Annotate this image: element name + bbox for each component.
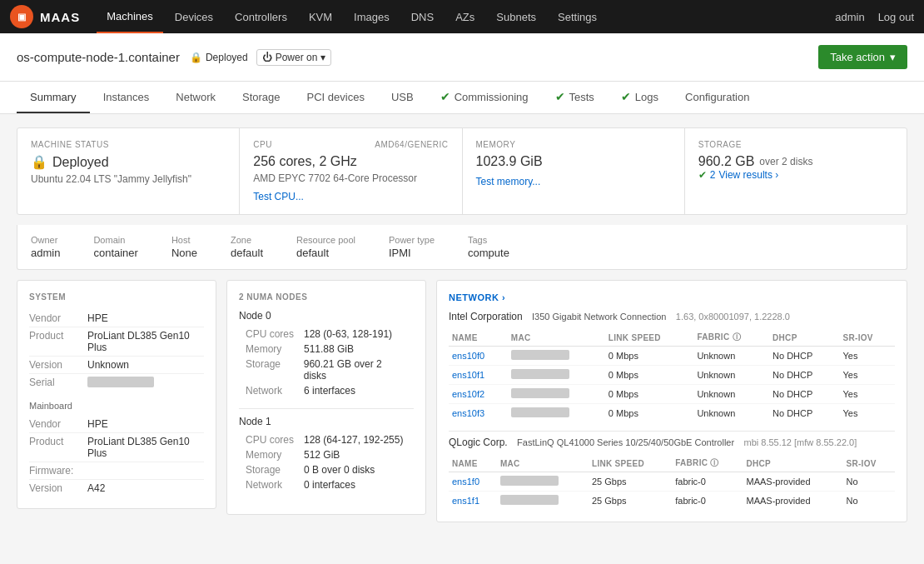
storage-value: 0 B over 0 disks	[304, 464, 375, 476]
cpu-cores-label: CPU cores	[246, 434, 304, 446]
view-results-link[interactable]: View results ›	[718, 169, 778, 181]
numa-1-stor-row: Storage 0 B over 0 disks	[239, 462, 414, 477]
table-row: ens1f025 Gbpsfabric-0MAAS-providedNo	[449, 472, 895, 492]
power-badge[interactable]: ⏻ Power on ▾	[256, 49, 332, 66]
system-card-title: SYSTEM	[29, 292, 204, 302]
resource-pool-label: Resource pool	[296, 235, 355, 245]
nav-controllers[interactable]: Controllers	[225, 0, 297, 33]
serial-value	[87, 377, 154, 390]
col-fabric: FABRIC ⓘ	[672, 455, 743, 472]
test-memory-link[interactable]: Test memory...	[476, 176, 671, 187]
table-row: ens10f30 MbpsUnknownNo DHCPYes	[449, 404, 895, 423]
take-action-button[interactable]: Take action ▾	[818, 45, 907, 69]
fw-version-label: Version	[29, 482, 87, 494]
col-mac: MAC	[497, 455, 589, 472]
info-row: Owner admin Domain container Host None Z…	[17, 225, 907, 270]
memory-value: 1023.9 GiB	[476, 154, 671, 169]
vendor-1: QLogic Corp. FastLinQ QL41000 Series 10/…	[449, 437, 895, 448]
deployed-text: Deployed	[206, 52, 248, 63]
tab-usb[interactable]: USB	[378, 82, 427, 113]
chevron-down-icon: ▾	[890, 51, 896, 63]
status-row: MACHINE STATUS 🔒 Deployed Ubuntu 22.04 L…	[17, 127, 907, 215]
nav-devices[interactable]: Devices	[165, 0, 223, 33]
tab-logs[interactable]: ✔ Logs	[608, 82, 672, 113]
product-value: ProLiant DL385 Gen10 Plus	[87, 330, 204, 353]
resource-pool-value: default	[296, 247, 355, 259]
owner-item: Owner admin	[31, 235, 60, 259]
cpu-cores-value: 128 (0-63, 128-191)	[304, 328, 392, 340]
vendor-0-desc: I350 Gigabit Network Connection	[532, 312, 666, 322]
storage-results[interactable]: ✔ 2 View results ›	[698, 169, 893, 181]
network-card-title[interactable]: NETWORK ›	[449, 292, 895, 302]
col-name: NAME	[449, 455, 497, 472]
chevron-down-icon: ▾	[320, 52, 325, 63]
test-cpu-link[interactable]: Test CPU...	[253, 191, 448, 202]
storage-label: STORAGE	[698, 140, 893, 149]
status-deployed-badge: 🔒 Deployed	[190, 52, 248, 63]
interface-link[interactable]: ens10f0	[452, 351, 484, 361]
mb-vendor-label: Vendor	[29, 418, 87, 430]
cpu-value: 256 cores, 2 GHz	[253, 154, 448, 169]
nav-subnets[interactable]: Subnets	[486, 0, 546, 33]
nav-logout[interactable]: Log out	[878, 11, 914, 23]
machine-status-label: MACHINE STATUS	[31, 140, 226, 149]
tab-configuration[interactable]: Configuration	[672, 82, 763, 113]
nav-images[interactable]: Images	[344, 0, 400, 33]
serial-label: Serial	[29, 377, 87, 390]
mb-product-value: ProLiant DL385 Gen10 Plus	[87, 436, 204, 459]
nav-settings[interactable]: Settings	[548, 0, 607, 33]
nav-azs[interactable]: AZs	[445, 0, 484, 33]
host-item: Host None	[171, 235, 197, 259]
cpu-cores-label: CPU cores	[246, 328, 304, 340]
machine-name: os-compute-node-1.container	[17, 50, 180, 64]
tab-storage[interactable]: Storage	[229, 82, 294, 113]
cpu-label: CPU amd64/generic	[253, 140, 448, 149]
nav-dns[interactable]: DNS	[401, 0, 444, 33]
numa-0-mem-row: Memory 511.88 GiB	[239, 342, 414, 357]
vendor-0: Intel Corporation I350 Gigabit Network C…	[449, 311, 895, 322]
serial-row: Serial	[29, 374, 204, 392]
tags-value: compute	[468, 247, 509, 259]
interface-link[interactable]: ens1f0	[452, 477, 479, 487]
tab-network[interactable]: Network	[162, 82, 229, 113]
network-title-link[interactable]: NETWORK ›	[449, 292, 505, 302]
machine-status-value: 🔒 Deployed	[31, 154, 226, 170]
tab-tests[interactable]: ✔ Tests	[542, 82, 608, 113]
col-fabric: FABRIC ⓘ	[693, 329, 769, 347]
machine-status-cell: MACHINE STATUS 🔒 Deployed Ubuntu 22.04 L…	[17, 128, 240, 214]
col-dhcp: DHCP	[769, 329, 839, 347]
tab-summary[interactable]: Summary	[17, 82, 90, 113]
check-icon: ✔	[621, 90, 631, 103]
nav-user[interactable]: admin	[835, 11, 864, 23]
interface-link[interactable]: ens1f1	[452, 496, 479, 506]
system-spec-table: Vendor HPE Product ProLiant DL385 Gen10 …	[29, 310, 204, 392]
nav-kvm[interactable]: KVM	[299, 0, 342, 33]
numa-node-0-title: Node 0	[239, 310, 414, 322]
interface-link[interactable]: ens10f2	[452, 389, 484, 399]
system-column: SYSTEM Vendor HPE Product ProLiant DL385…	[17, 280, 216, 531]
numa-0-net-row: Network 6 interfaces	[239, 383, 414, 398]
storage-value: 960.21 GB over 2 disks	[304, 358, 407, 382]
interface-link[interactable]: ens10f1	[452, 370, 484, 380]
cpu-desc: AMD EPYC 7702 64-Core Processor	[253, 172, 448, 184]
lock-icon: 🔒	[190, 52, 202, 63]
power-icon: ⏻	[262, 52, 272, 63]
nav-machines[interactable]: Machines	[97, 0, 163, 33]
tab-instances[interactable]: Instances	[90, 82, 163, 113]
col-sriov: SR-IOV	[840, 329, 895, 347]
vendor-row: Vendor HPE	[29, 310, 204, 327]
firmware-row: Firmware:	[29, 462, 204, 480]
network-label: Network	[246, 479, 304, 491]
numa-1-mem-row: Memory 512 GiB	[239, 447, 414, 462]
interface-link[interactable]: ens10f3	[452, 408, 484, 418]
network-column: NETWORK › Intel Corporation I350 Gigabit…	[436, 280, 907, 531]
storage-value: 960.2 GB over 2 disks	[698, 154, 893, 169]
storage-cell: STORAGE 960.2 GB over 2 disks ✔ 2 View r…	[685, 128, 907, 214]
tab-commissioning[interactable]: ✔ Commissioning	[427, 82, 542, 113]
numa-node-0: Node 0 CPU cores 128 (0-63, 128-191) Mem…	[239, 310, 414, 398]
power-type-item: Power type IPMI	[389, 235, 435, 259]
tab-pci-devices[interactable]: PCI devices	[294, 82, 378, 113]
version-label: Version	[29, 359, 87, 371]
lock-icon: 🔒	[31, 154, 47, 170]
col-sriov: SR-IOV	[843, 455, 896, 472]
